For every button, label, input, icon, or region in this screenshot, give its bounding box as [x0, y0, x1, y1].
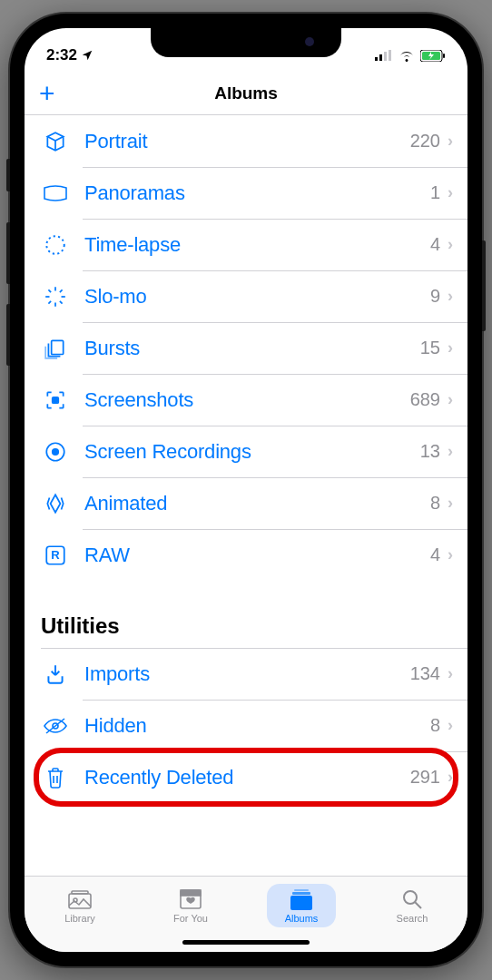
- cellular-icon: [375, 50, 393, 61]
- row-label: Screenshots: [84, 388, 410, 412]
- home-indicator[interactable]: [182, 940, 310, 945]
- battery-icon: [420, 50, 446, 62]
- notch: [151, 28, 341, 57]
- tab-label: Library: [64, 913, 95, 924]
- imports-icon: [41, 660, 70, 689]
- row-count: 291: [410, 767, 440, 788]
- album-row-slomo[interactable]: Slo-mo 9 ›: [25, 270, 467, 322]
- row-count: 9: [430, 286, 440, 307]
- album-row-screen-recordings[interactable]: Screen Recordings 13 ›: [25, 426, 467, 477]
- svg-rect-30: [290, 896, 312, 910]
- svg-rect-0: [375, 57, 378, 61]
- tab-label: For You: [173, 913, 208, 924]
- chevron-right-icon: ›: [448, 183, 453, 202]
- chevron-right-icon: ›: [448, 235, 453, 254]
- page-title: Albums: [214, 83, 278, 103]
- album-row-screenshots[interactable]: Screenshots 689 ›: [25, 374, 467, 426]
- row-label: Hidden: [84, 714, 430, 738]
- chevron-right-icon: ›: [448, 442, 453, 461]
- chevron-right-icon: ›: [448, 716, 453, 735]
- panorama-icon: [41, 179, 70, 208]
- row-label: Panoramas: [84, 181, 430, 205]
- tab-label: Albums: [285, 913, 319, 924]
- svg-rect-25: [69, 894, 91, 908]
- chevron-right-icon: ›: [448, 494, 453, 513]
- svg-rect-16: [52, 340, 64, 354]
- chevron-right-icon: ›: [448, 664, 453, 683]
- bursts-icon: [41, 334, 70, 363]
- album-row-hidden[interactable]: Hidden 8 ›: [25, 700, 467, 751]
- row-label: Bursts: [84, 337, 420, 360]
- album-row-bursts[interactable]: Bursts 15 ›: [25, 322, 467, 374]
- svg-rect-26: [72, 891, 88, 894]
- trash-icon: [41, 763, 70, 792]
- row-count: 4: [430, 544, 440, 565]
- row-count: 4: [430, 234, 440, 255]
- library-icon: [67, 887, 93, 911]
- album-row-timelapse[interactable]: Time-lapse 4 ›: [25, 219, 467, 270]
- slomo-icon: [41, 282, 70, 311]
- screen-recording-icon: [41, 437, 70, 466]
- chevron-right-icon: ›: [448, 545, 453, 564]
- album-row-panoramas[interactable]: Panoramas 1 ›: [25, 167, 467, 219]
- status-time: 2:32: [46, 46, 77, 64]
- album-row-raw[interactable]: R RAW 4 ›: [25, 529, 467, 581]
- phone-frame: 2:32 + Albums Portrait 220 ›: [10, 14, 482, 966]
- chevron-right-icon: ›: [448, 338, 453, 358]
- svg-text:R: R: [51, 548, 60, 562]
- chevron-right-icon: ›: [448, 132, 453, 151]
- svg-point-33: [404, 891, 417, 904]
- row-count: 8: [430, 715, 440, 736]
- timelapse-icon: [41, 230, 70, 260]
- svg-line-15: [48, 289, 51, 292]
- tab-for-you[interactable]: For You: [150, 884, 231, 927]
- chevron-right-icon: ›: [448, 768, 453, 787]
- row-label: Animated: [84, 492, 430, 515]
- svg-rect-2: [384, 52, 387, 61]
- svg-rect-32: [294, 889, 309, 891]
- row-count: 13: [420, 441, 440, 462]
- row-count: 8: [430, 493, 440, 514]
- svg-line-9: [60, 289, 63, 292]
- row-count: 1: [430, 182, 440, 203]
- chevron-right-icon: ›: [448, 390, 453, 409]
- add-button[interactable]: +: [39, 80, 55, 107]
- row-count: 220: [410, 131, 440, 152]
- utilities-section-header: Utilities: [25, 581, 467, 648]
- location-icon: [81, 49, 93, 62]
- tab-search[interactable]: Search: [371, 884, 453, 927]
- albums-icon: [289, 887, 314, 911]
- screenshot-icon: [41, 386, 70, 415]
- row-label: Time-lapse: [84, 233, 430, 257]
- row-label: Portrait: [84, 130, 410, 153]
- row-label: Imports: [84, 662, 410, 686]
- wifi-icon: [399, 50, 415, 62]
- svg-line-34: [415, 902, 421, 908]
- album-row-recently-deleted[interactable]: Recently Deleted 291 ›: [25, 751, 467, 803]
- hidden-icon: [41, 711, 70, 740]
- tab-library[interactable]: Library: [39, 884, 121, 927]
- row-count: 15: [420, 338, 440, 358]
- row-label: RAW: [84, 544, 430, 567]
- raw-icon: R: [41, 541, 70, 570]
- svg-rect-6: [443, 54, 445, 58]
- animated-icon: [41, 489, 70, 518]
- navigation-bar: + Albums: [25, 72, 467, 115]
- album-list[interactable]: Portrait 220 › Panoramas 1 › Time-lapse …: [25, 115, 467, 876]
- for-you-icon: [178, 887, 203, 911]
- tab-albums[interactable]: Albums: [261, 884, 342, 927]
- svg-point-20: [53, 448, 59, 455]
- row-label: Slo-mo: [84, 285, 430, 309]
- chevron-right-icon: ›: [448, 287, 453, 306]
- row-count: 689: [410, 389, 440, 410]
- row-count: 134: [410, 663, 440, 684]
- svg-rect-1: [379, 54, 382, 61]
- row-label: Screen Recordings: [84, 440, 420, 464]
- svg-rect-3: [389, 50, 391, 61]
- album-row-animated[interactable]: Animated 8 ›: [25, 477, 467, 529]
- album-row-imports[interactable]: Imports 134 ›: [25, 648, 467, 700]
- svg-rect-29: [181, 890, 201, 896]
- album-row-portrait[interactable]: Portrait 220 ›: [25, 115, 467, 167]
- svg-point-7: [46, 236, 64, 254]
- svg-rect-31: [292, 892, 310, 895]
